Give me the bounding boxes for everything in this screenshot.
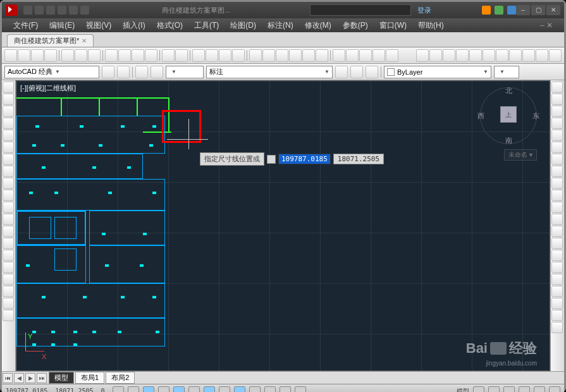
layer-iso-icon[interactable] [335,66,348,78]
markup-icon[interactable] [302,49,315,62]
qat-save-icon[interactable] [46,6,55,15]
linetype-combo[interactable]: ▼ [494,66,519,78]
viewcube-top[interactable]: 上 [500,106,517,123]
tb-e-icon[interactable] [386,49,398,62]
viewcube-east[interactable]: 东 [532,111,539,121]
tb-c-icon[interactable] [359,49,372,62]
layer-state-combo[interactable]: ▼ [166,66,204,78]
menu-modify[interactable]: 修改(M) [300,19,336,32]
viewcube-north[interactable]: 北 [505,86,512,95]
maximize-button[interactable]: ▢ [531,5,545,15]
menu-param[interactable]: 参数(P) [338,19,373,32]
trim-icon[interactable] [551,190,563,201]
revcloud-icon[interactable] [3,166,14,177]
nav-pan-icon[interactable] [551,286,563,297]
minimize-button[interactable]: – [516,5,530,15]
ellipse-icon[interactable] [3,190,14,201]
dim-style-combo[interactable]: 标注▼ [206,66,333,78]
undo-icon[interactable] [162,49,175,62]
dim-base-icon[interactable] [522,49,535,62]
sc-button[interactable] [295,386,306,393]
explode-icon[interactable] [551,262,563,273]
doc-minimize-button[interactable]: – ✕ [535,20,558,31]
open-icon[interactable] [18,49,30,62]
gradient-icon[interactable] [3,262,14,273]
dim-quick-icon[interactable] [509,49,522,62]
menu-window[interactable]: 窗口(W) [374,19,412,32]
stretch-icon[interactable] [551,178,563,189]
redo-icon[interactable] [175,49,188,62]
properties-icon[interactable] [249,49,262,62]
viewcube-south[interactable]: 南 [505,136,512,145]
offset-icon[interactable] [551,118,563,129]
qp-button[interactable] [280,386,291,393]
zoom-icon[interactable] [206,49,218,62]
preview-icon[interactable] [75,49,87,62]
dim-space-icon[interactable] [549,49,562,62]
dim-linear-icon[interactable] [416,49,429,62]
menu-tools[interactable]: 工具(T) [189,19,224,32]
status-b-button[interactable] [488,386,500,393]
nav-wheel-icon[interactable] [551,274,563,285]
ducs-button[interactable] [219,386,230,393]
help-icon[interactable] [507,6,516,15]
nav-show-icon[interactable] [551,322,563,333]
menu-edit[interactable]: 编辑(E) [44,19,80,32]
point-icon[interactable] [3,238,14,249]
publish-icon[interactable] [88,49,101,62]
nav-orbit-icon[interactable] [551,310,563,321]
chamfer-icon[interactable] [551,238,563,249]
view-label[interactable]: [-][俯视][二维线框] [20,83,76,93]
design-center-icon[interactable] [262,49,275,62]
osnap-button[interactable] [173,386,185,393]
tb-b-icon[interactable] [346,49,359,62]
scale-icon[interactable] [551,166,563,177]
view-name-dropdown[interactable]: 未命名 ▾ [504,149,537,161]
dim-aligned-icon[interactable] [429,49,442,62]
coord-x-input[interactable]: 109787.0185 [278,154,331,164]
mirror-icon[interactable] [551,106,563,117]
dim-ang-icon[interactable] [496,49,508,62]
share-icon[interactable] [495,6,503,15]
tab-first-button[interactable]: ⏮ [3,373,13,383]
erase-icon[interactable] [551,82,563,93]
status-d-button[interactable] [519,386,530,393]
layout2-tab[interactable]: 布局2 [106,372,135,384]
search-input[interactable] [310,4,411,16]
menu-dim[interactable]: 标注(N) [262,19,298,32]
layer-mgr-icon[interactable] [135,66,148,78]
region-icon[interactable] [3,274,14,285]
polygon-icon[interactable] [3,118,14,129]
app-logo-icon[interactable] [6,4,17,16]
insert-icon[interactable] [3,214,14,225]
viewcube-west[interactable]: 西 [477,111,484,121]
viewcube[interactable]: 上 北 南 东 西 [480,87,537,144]
login-link[interactable]: 登录 [417,6,431,15]
ellarc-icon[interactable] [3,202,14,213]
model-space-button[interactable]: 模型 [457,387,469,393]
menu-format[interactable]: 格式(O) [152,19,188,32]
line-icon[interactable] [3,82,14,93]
match-icon[interactable] [145,49,157,62]
rect-icon[interactable] [3,130,14,141]
status-f-button[interactable] [549,386,560,393]
addsel-icon[interactable] [3,310,14,321]
menu-draw[interactable]: 绘图(D) [225,19,261,32]
drawing-canvas[interactable]: [-][俯视][二维线框] [16,80,550,371]
calc-icon[interactable] [316,49,328,62]
qat-print-icon[interactable] [80,6,89,15]
dim-cont-icon[interactable] [536,49,548,62]
3dosnap-button[interactable] [188,386,200,393]
tab-last-button[interactable]: ⏭ [37,373,47,383]
break-icon[interactable] [551,214,563,225]
qat-redo-icon[interactable] [69,6,78,15]
dim-dia-icon[interactable] [483,49,495,62]
join-icon[interactable] [551,226,563,237]
block-icon[interactable] [3,226,14,237]
hatch-icon[interactable] [3,250,14,261]
pline-icon[interactable] [3,106,14,117]
ortho-button[interactable] [143,386,154,393]
tab-next-button[interactable]: ▶ [25,373,35,383]
sheet-set-icon[interactable] [289,49,302,62]
polar-button[interactable] [158,386,169,393]
